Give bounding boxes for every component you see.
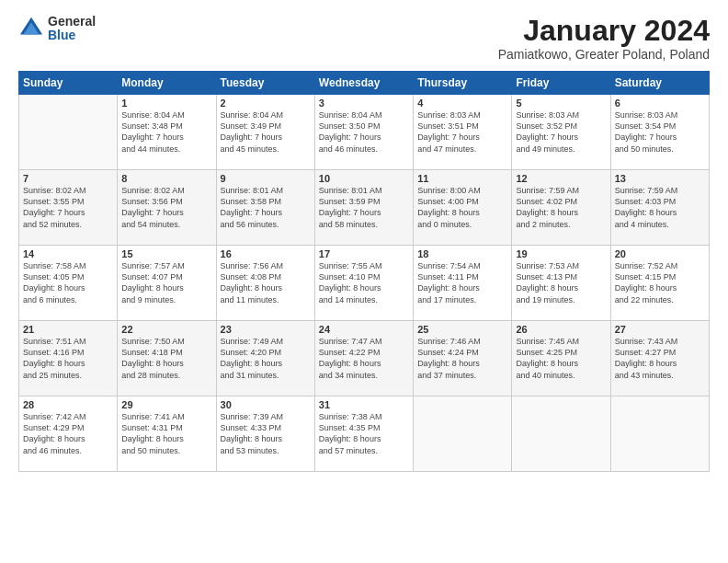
day-number: 17	[319, 248, 409, 259]
table-row: 2Sunrise: 8:04 AMSunset: 3:49 PMDaylight…	[216, 95, 314, 170]
day-number: 6	[615, 98, 705, 109]
header: General Blue January 2024 Pamiatkowo, Gr…	[18, 15, 710, 62]
day-details: Sunrise: 7:49 AMSunset: 4:20 PMDaylight:…	[221, 336, 311, 381]
table-row: 20Sunrise: 7:52 AMSunset: 4:15 PMDayligh…	[610, 246, 709, 321]
day-number: 1	[121, 98, 211, 109]
day-details: Sunrise: 7:42 AMSunset: 4:29 PMDaylight:…	[23, 411, 113, 456]
title-area: January 2024 Pamiatkowo, Greater Poland,…	[498, 15, 710, 62]
day-number: 31	[319, 399, 409, 410]
calendar-week-1: 1Sunrise: 8:04 AMSunset: 3:48 PMDaylight…	[19, 95, 710, 170]
table-row: 10Sunrise: 8:01 AMSunset: 3:59 PMDayligh…	[314, 170, 413, 246]
day-details: Sunrise: 7:45 AMSunset: 4:25 PMDaylight:…	[516, 336, 606, 381]
logo: General Blue	[18, 15, 96, 43]
day-number: 20	[615, 248, 705, 259]
table-row: 22Sunrise: 7:50 AMSunset: 4:18 PMDayligh…	[118, 321, 216, 396]
table-row: 3Sunrise: 8:04 AMSunset: 3:50 PMDaylight…	[314, 95, 413, 170]
day-number: 24	[319, 324, 409, 335]
table-row: 26Sunrise: 7:45 AMSunset: 4:25 PMDayligh…	[512, 321, 610, 396]
day-details: Sunrise: 7:53 AMSunset: 4:13 PMDaylight:…	[516, 260, 606, 305]
table-row: 16Sunrise: 7:56 AMSunset: 4:08 PMDayligh…	[216, 246, 314, 321]
day-number: 25	[417, 324, 507, 335]
day-number: 12	[516, 173, 606, 184]
logo-general-text: General	[48, 15, 96, 29]
day-details: Sunrise: 7:55 AMSunset: 4:10 PMDaylight:…	[319, 260, 409, 305]
table-row: 31Sunrise: 7:38 AMSunset: 4:35 PMDayligh…	[314, 396, 413, 472]
col-sunday: Sunday	[19, 72, 118, 95]
day-details: Sunrise: 8:04 AMSunset: 3:50 PMDaylight:…	[319, 109, 409, 155]
day-number: 29	[121, 399, 211, 410]
day-details: Sunrise: 7:43 AMSunset: 4:27 PMDaylight:…	[615, 336, 705, 381]
day-number: 4	[417, 98, 507, 109]
day-number: 15	[121, 248, 211, 259]
day-details: Sunrise: 8:04 AMSunset: 3:48 PMDaylight:…	[121, 109, 211, 155]
day-details: Sunrise: 7:58 AMSunset: 4:05 PMDaylight:…	[23, 260, 113, 305]
day-details: Sunrise: 7:51 AMSunset: 4:16 PMDaylight:…	[23, 336, 113, 381]
day-details: Sunrise: 8:04 AMSunset: 3:49 PMDaylight:…	[221, 109, 311, 155]
table-row	[19, 95, 118, 170]
calendar-week-4: 21Sunrise: 7:51 AMSunset: 4:16 PMDayligh…	[19, 321, 710, 396]
day-details: Sunrise: 7:56 AMSunset: 4:08 PMDaylight:…	[221, 260, 311, 305]
table-row: 30Sunrise: 7:39 AMSunset: 4:33 PMDayligh…	[216, 396, 314, 472]
day-number: 18	[417, 248, 507, 259]
page: General Blue January 2024 Pamiatkowo, Gr…	[0, 0, 728, 563]
day-details: Sunrise: 8:01 AMSunset: 3:58 PMDaylight:…	[221, 185, 311, 230]
table-row	[414, 396, 512, 472]
table-row: 15Sunrise: 7:57 AMSunset: 4:07 PMDayligh…	[118, 246, 216, 321]
day-number: 26	[516, 324, 606, 335]
col-wednesday: Wednesday	[314, 72, 413, 95]
table-row: 14Sunrise: 7:58 AMSunset: 4:05 PMDayligh…	[19, 246, 118, 321]
day-details: Sunrise: 8:03 AMSunset: 3:51 PMDaylight:…	[417, 109, 507, 155]
day-details: Sunrise: 7:52 AMSunset: 4:15 PMDaylight:…	[615, 260, 705, 305]
day-number: 11	[417, 173, 507, 184]
day-number: 21	[23, 324, 113, 335]
table-row: 27Sunrise: 7:43 AMSunset: 4:27 PMDayligh…	[610, 321, 709, 396]
table-row: 23Sunrise: 7:49 AMSunset: 4:20 PMDayligh…	[216, 321, 314, 396]
table-row: 28Sunrise: 7:42 AMSunset: 4:29 PMDayligh…	[19, 396, 118, 472]
calendar-week-2: 7Sunrise: 8:02 AMSunset: 3:55 PMDaylight…	[19, 170, 710, 246]
calendar-week-5: 28Sunrise: 7:42 AMSunset: 4:29 PMDayligh…	[19, 396, 710, 472]
logo-blue-text: Blue	[48, 29, 96, 42]
day-details: Sunrise: 8:03 AMSunset: 3:52 PMDaylight:…	[516, 109, 606, 155]
day-number: 19	[516, 248, 606, 259]
calendar-table: Sunday Monday Tuesday Wednesday Thursday…	[18, 71, 710, 472]
day-number: 10	[319, 173, 409, 184]
day-details: Sunrise: 8:02 AMSunset: 3:55 PMDaylight:…	[23, 185, 113, 230]
logo-icon	[18, 16, 44, 41]
table-row: 29Sunrise: 7:41 AMSunset: 4:31 PMDayligh…	[118, 396, 216, 472]
day-number: 5	[516, 98, 606, 109]
calendar-header-row: Sunday Monday Tuesday Wednesday Thursday…	[19, 72, 710, 95]
col-thursday: Thursday	[414, 72, 512, 95]
day-number: 2	[221, 98, 311, 109]
day-details: Sunrise: 8:02 AMSunset: 3:56 PMDaylight:…	[121, 185, 211, 230]
day-details: Sunrise: 8:03 AMSunset: 3:54 PMDaylight:…	[615, 109, 705, 155]
day-details: Sunrise: 7:46 AMSunset: 4:24 PMDaylight:…	[417, 336, 507, 381]
month-title: January 2024	[498, 15, 710, 47]
day-number: 28	[23, 399, 113, 410]
table-row: 5Sunrise: 8:03 AMSunset: 3:52 PMDaylight…	[512, 95, 610, 170]
table-row: 13Sunrise: 7:59 AMSunset: 4:03 PMDayligh…	[610, 170, 709, 246]
day-number: 23	[221, 324, 311, 335]
col-saturday: Saturday	[610, 72, 709, 95]
table-row: 12Sunrise: 7:59 AMSunset: 4:02 PMDayligh…	[512, 170, 610, 246]
table-row: 9Sunrise: 8:01 AMSunset: 3:58 PMDaylight…	[216, 170, 314, 246]
col-monday: Monday	[118, 72, 216, 95]
table-row: 7Sunrise: 8:02 AMSunset: 3:55 PMDaylight…	[19, 170, 118, 246]
day-number: 13	[615, 173, 705, 184]
table-row: 17Sunrise: 7:55 AMSunset: 4:10 PMDayligh…	[314, 246, 413, 321]
day-details: Sunrise: 7:41 AMSunset: 4:31 PMDaylight:…	[121, 411, 211, 456]
table-row: 6Sunrise: 8:03 AMSunset: 3:54 PMDaylight…	[610, 95, 709, 170]
calendar-week-3: 14Sunrise: 7:58 AMSunset: 4:05 PMDayligh…	[19, 246, 710, 321]
day-number: 30	[221, 399, 311, 410]
table-row: 11Sunrise: 8:00 AMSunset: 4:00 PMDayligh…	[414, 170, 512, 246]
day-number: 16	[221, 248, 311, 259]
day-details: Sunrise: 8:01 AMSunset: 3:59 PMDaylight:…	[319, 185, 409, 230]
table-row: 19Sunrise: 7:53 AMSunset: 4:13 PMDayligh…	[512, 246, 610, 321]
table-row: 18Sunrise: 7:54 AMSunset: 4:11 PMDayligh…	[414, 246, 512, 321]
table-row	[610, 396, 709, 472]
day-number: 9	[221, 173, 311, 184]
day-number: 27	[615, 324, 705, 335]
col-friday: Friday	[512, 72, 610, 95]
day-details: Sunrise: 7:59 AMSunset: 4:02 PMDaylight:…	[516, 185, 606, 230]
day-details: Sunrise: 7:47 AMSunset: 4:22 PMDaylight:…	[319, 336, 409, 381]
table-row	[512, 396, 610, 472]
